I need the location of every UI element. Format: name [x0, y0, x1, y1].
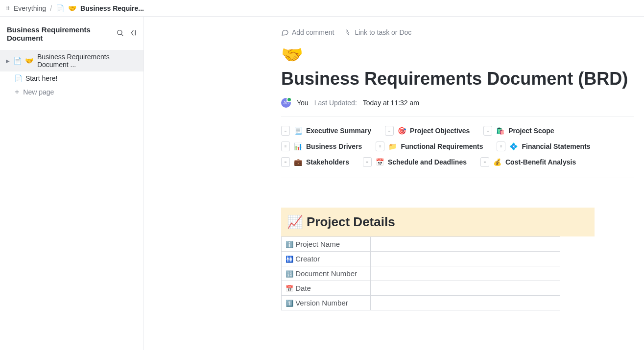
- table-row: 📅 Date: [282, 281, 560, 296]
- doc-icon: 📄: [56, 4, 64, 12]
- subpage-link[interactable]: ≡🛍️Project Scope: [483, 126, 554, 136]
- subpage-link[interactable]: ≡💠Financial Statements: [497, 141, 590, 151]
- subpage-link[interactable]: ≡📊Business Drivers: [281, 141, 362, 151]
- link-task-label: Link to task or Doc: [355, 28, 411, 36]
- chevron-right-icon[interactable]: ▶: [6, 58, 10, 64]
- add-comment-label: Add comment: [292, 28, 334, 36]
- updated-timestamp: Today at 11:32 am: [363, 99, 419, 107]
- table-row: 🚻 Creator: [282, 252, 560, 266]
- doc-icon: ≡: [483, 126, 492, 136]
- row-label[interactable]: 🔢 Document Number: [282, 266, 371, 281]
- subpage-link[interactable]: ≡🎯Project Objectives: [385, 126, 470, 136]
- doc-icon: ≡: [385, 126, 394, 136]
- sidebar-item-label: Start here!: [25, 74, 57, 82]
- author-label: You: [297, 99, 309, 107]
- breadcrumb-current[interactable]: Business Require...: [80, 4, 144, 12]
- content: Add comment Link to task or Doc 🤝 Busine…: [144, 17, 644, 350]
- subpage-label: Executive Summary: [306, 127, 371, 135]
- breadcrumb-emoji: 🤝: [68, 4, 76, 12]
- breadcrumb-root[interactable]: Everything: [14, 4, 46, 12]
- details-table: ℹ️ Project Name🚻 Creator🔢 Document Numbe…: [281, 236, 560, 310]
- plus-icon: +: [15, 88, 19, 96]
- subpage-label: Schedule and Deadlines: [388, 158, 467, 166]
- doc-icon: ≡: [497, 141, 505, 151]
- row-label[interactable]: 🚻 Creator: [282, 252, 371, 266]
- subpage-emoji: 📃: [294, 127, 302, 135]
- subpage-link[interactable]: ≡💼Stakeholders: [281, 157, 349, 167]
- sidebar-new-page[interactable]: + New page: [0, 85, 143, 99]
- subpage-link[interactable]: ≡📅Schedule and Deadlines: [363, 157, 467, 167]
- sidebar-item-label: Business Requirements Document ...: [37, 53, 138, 69]
- collapse-icon[interactable]: [129, 29, 137, 39]
- subpage-emoji: 💼: [294, 158, 302, 166]
- doc-icon: 📄: [15, 75, 22, 82]
- row-value[interactable]: [371, 252, 560, 266]
- row-label[interactable]: ℹ️ Project Name: [282, 237, 371, 252]
- row-icon: ℹ️: [286, 241, 293, 248]
- svg-line-1: [121, 34, 123, 36]
- doc-icon: ≡: [376, 141, 384, 151]
- subpage-label: Project Scope: [508, 127, 554, 135]
- subpage-emoji: 💠: [509, 142, 518, 150]
- sidebar-title: Business Requirements Document: [7, 25, 116, 42]
- subpage-label: Financial Statements: [522, 142, 590, 150]
- doc-icon: ≡: [281, 157, 290, 167]
- page-title[interactable]: 🤝 Business Requirements Document (BRD): [281, 44, 634, 89]
- doc-icon: ≡: [281, 126, 290, 136]
- sidebar-new-label: New page: [23, 88, 54, 96]
- sidebar-item-emoji: 🤝: [25, 57, 33, 65]
- sidebar-item-brd[interactable]: ▶ 📄 🤝 Business Requirements Document ...: [0, 50, 143, 71]
- title-emoji: 🤝: [281, 44, 303, 65]
- doc-icon: ≡: [281, 141, 290, 151]
- row-icon: 🚻: [286, 256, 293, 263]
- subpage-label: Cost-Benefit Analysis: [505, 158, 576, 166]
- breadcrumb-sep: /: [50, 4, 52, 12]
- row-icon: 📅: [286, 285, 293, 292]
- doc-icon: 📄: [14, 57, 21, 64]
- table-row: 1️⃣ Version Number: [282, 296, 560, 310]
- subpage-link[interactable]: ≡💰Cost-Benefit Analysis: [480, 157, 576, 167]
- avatar[interactable]: JC: [281, 98, 291, 108]
- subpage-emoji: 📁: [388, 142, 397, 150]
- row-icon: 1️⃣: [286, 300, 293, 307]
- subpage-label: Functional Requirements: [401, 142, 483, 150]
- sidebar: Business Requirements Document ▶ 📄 🤝 Bus…: [0, 17, 144, 350]
- subpage-link[interactable]: ≡📃Executive Summary: [281, 126, 371, 136]
- row-label[interactable]: 📅 Date: [282, 281, 371, 296]
- row-value[interactable]: [371, 281, 560, 296]
- section-title: Project Details: [307, 214, 395, 230]
- grid-icon: ⌗: [6, 4, 10, 12]
- doc-icon: ≡: [480, 157, 489, 167]
- link-icon: [344, 28, 352, 36]
- updated-label: Last Updated:: [314, 99, 357, 107]
- link-task-button[interactable]: Link to task or Doc: [344, 28, 411, 36]
- subpage-emoji: 💰: [493, 158, 501, 166]
- meta-row: JC You Last Updated: Today at 11:32 am: [281, 98, 634, 117]
- add-comment-button[interactable]: Add comment: [281, 28, 334, 36]
- subpage-label: Stakeholders: [306, 158, 349, 166]
- section-emoji: 📈: [287, 214, 303, 230]
- title-text: Business Requirements Document (BRD): [281, 68, 628, 89]
- row-icon: 🔢: [286, 270, 293, 278]
- sidebar-item-start[interactable]: 📄 Start here!: [0, 71, 143, 85]
- row-value[interactable]: [371, 237, 560, 252]
- doc-icon: ≡: [363, 157, 372, 167]
- subpage-link[interactable]: ≡📁Functional Requirements: [376, 141, 483, 151]
- row-value[interactable]: [371, 266, 560, 281]
- subpage-emoji: 🛍️: [496, 127, 504, 135]
- subpage-label: Project Objectives: [410, 127, 470, 135]
- table-row: 🔢 Document Number: [282, 266, 560, 281]
- comment-icon: [281, 28, 289, 36]
- row-value[interactable]: [371, 296, 560, 310]
- subpage-emoji: 📊: [294, 142, 302, 150]
- subpage-label: Business Drivers: [306, 142, 362, 150]
- svg-point-0: [118, 30, 122, 35]
- subpages-list: ≡📃Executive Summary≡🎯Project Objectives≡…: [281, 126, 634, 178]
- breadcrumb: ⌗ Everything / 📄 🤝 Business Require...: [0, 0, 644, 17]
- row-label[interactable]: 1️⃣ Version Number: [282, 296, 371, 310]
- search-icon[interactable]: [116, 29, 124, 39]
- section-banner: 📈 Project Details: [281, 208, 595, 236]
- subpage-emoji: 🎯: [398, 127, 406, 135]
- subpage-emoji: 📅: [376, 158, 384, 166]
- table-row: ℹ️ Project Name: [282, 237, 560, 252]
